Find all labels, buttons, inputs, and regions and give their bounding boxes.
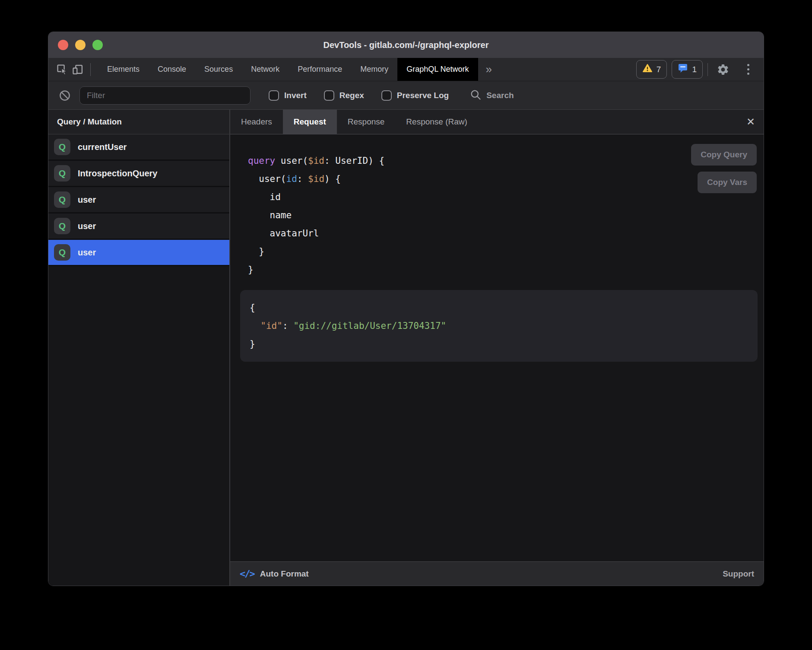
code-line: { [250, 299, 748, 317]
request-list: QcurrentUserQIntrospectionQueryQuserQuse… [48, 134, 229, 266]
close-window-button[interactable] [58, 40, 68, 50]
inspect-element-icon[interactable] [54, 62, 70, 77]
devtools-tab-sources[interactable]: Sources [195, 58, 242, 81]
window-title: DevTools - gitlab.com/-/graphql-explorer [323, 40, 488, 50]
details-footer: </> Auto Format Support [230, 561, 764, 586]
query-type-badge: Q [54, 244, 70, 261]
variables-preview: { "id": "gid://gitlab/User/13704317"} [250, 299, 748, 353]
code-line: avatarUrl [248, 224, 758, 242]
variables-box: { "id": "gid://gitlab/User/13704317"} [240, 290, 758, 362]
search-toggle[interactable]: Search [469, 89, 514, 102]
devtools-tabs: ElementsConsoleSourcesNetworkPerformance… [98, 58, 478, 81]
detail-tab-response-raw[interactable]: Response (Raw) [395, 110, 478, 134]
search-icon [469, 89, 482, 102]
devtools-window: DevTools - gitlab.com/-/graphql-explorer… [48, 32, 764, 586]
checkbox-group-preserve-log[interactable]: Preserve Log [381, 90, 449, 101]
request-detail-content: Copy Query Copy Vars query user($id: Use… [230, 134, 764, 561]
query-type-badge: Q [54, 139, 70, 155]
request-list-empty-area [48, 266, 229, 586]
checkbox-label-invert: Invert [284, 91, 307, 100]
details-panel: HeadersRequestResponseResponse (Raw) ✕ C… [230, 110, 764, 586]
checkbox-invert[interactable] [269, 90, 279, 101]
request-list-item[interactable]: Quser [48, 240, 229, 266]
code-line: user(id: $id) { [248, 170, 758, 188]
request-name: user [78, 195, 96, 205]
filter-input[interactable] [79, 86, 251, 105]
copy-vars-button[interactable]: Copy Vars [698, 172, 757, 193]
devtools-tab-elements[interactable]: Elements [98, 58, 149, 81]
request-name: user [78, 221, 96, 231]
request-list-item[interactable]: QcurrentUser [48, 134, 229, 161]
code-line: name [248, 206, 758, 224]
checkbox-label-regex: Regex [339, 91, 364, 100]
devtools-tab-console[interactable]: Console [149, 58, 195, 81]
code-line: query user($id: UserID) { [248, 152, 758, 170]
warning-count: 7 [657, 65, 661, 74]
code-line: } [250, 335, 748, 353]
toolbar-divider [90, 63, 91, 76]
query-type-badge: Q [54, 218, 70, 234]
devtools-tab-memory[interactable]: Memory [351, 58, 397, 81]
checkbox-group-regex[interactable]: Regex [324, 90, 364, 101]
titlebar: DevTools - gitlab.com/-/graphql-explorer [48, 32, 764, 58]
support-link[interactable]: Support [723, 569, 754, 579]
devtools-tab-performance[interactable]: Performance [289, 58, 351, 81]
devtools-tabbar: ElementsConsoleSourcesNetworkPerformance… [48, 58, 764, 81]
message-count: 1 [692, 65, 697, 74]
messages-badge[interactable]: 1 [672, 60, 703, 79]
main-split: Query / Mutation QcurrentUserQIntrospect… [48, 110, 764, 586]
query-type-badge: Q [54, 165, 70, 182]
requests-panel: Query / Mutation QcurrentUserQIntrospect… [48, 110, 230, 586]
detail-tab-request[interactable]: Request [283, 110, 337, 134]
devtools-tab-graphql-network[interactable]: GraphQL Network [397, 58, 478, 81]
filterbar: InvertRegexPreserve Log Search [48, 81, 764, 110]
code-line: } [248, 242, 758, 261]
request-list-item[interactable]: Quser [48, 213, 229, 240]
toolbar-divider [707, 63, 708, 76]
detail-tab-headers[interactable]: Headers [230, 110, 283, 134]
request-list-item[interactable]: Quser [48, 187, 229, 213]
close-details-icon[interactable]: ✕ [746, 117, 755, 127]
requests-panel-header: Query / Mutation [48, 110, 229, 134]
settings-gear-icon[interactable] [715, 62, 731, 77]
warnings-badge[interactable]: 7 [636, 60, 667, 79]
detail-tab-response[interactable]: Response [337, 110, 396, 134]
request-name: user [78, 248, 96, 258]
request-name: currentUser [78, 142, 127, 152]
code-format-icon: </> [240, 568, 254, 579]
zoom-window-button[interactable] [92, 40, 103, 50]
checkbox-preserve-log[interactable] [381, 90, 392, 101]
request-name: IntrospectionQuery [78, 169, 157, 178]
clear-requests-icon[interactable] [57, 88, 73, 103]
request-list-item[interactable]: QIntrospectionQuery [48, 161, 229, 187]
checkbox-label-preserve-log: Preserve Log [397, 91, 449, 100]
query-type-badge: Q [54, 191, 70, 208]
device-toolbar-icon[interactable] [70, 62, 86, 77]
more-options-menu-icon[interactable] [740, 62, 756, 77]
warning-icon [642, 63, 653, 76]
code-line: } [248, 261, 758, 279]
checkbox-regex[interactable] [324, 90, 334, 101]
checkbox-group-invert[interactable]: Invert [269, 90, 307, 101]
code-line: "id": "gid://gitlab/User/13704317" [250, 317, 748, 335]
query-preview: query user($id: UserID) { user(id: $id) … [248, 152, 758, 279]
details-tabbar: HeadersRequestResponseResponse (Raw) ✕ [230, 110, 764, 134]
details-tabs: HeadersRequestResponseResponse (Raw) [230, 110, 478, 134]
code-line: id [248, 188, 758, 206]
message-bubble-icon [678, 63, 688, 76]
filter-checkboxes: InvertRegexPreserve Log [269, 90, 449, 101]
auto-format-button[interactable]: Auto Format [260, 569, 309, 579]
more-tabs-chevron[interactable]: » [478, 63, 500, 76]
window-controls [58, 32, 103, 58]
devtools-tab-network[interactable]: Network [242, 58, 289, 81]
search-label: Search [486, 91, 514, 100]
copy-query-button[interactable]: Copy Query [691, 144, 757, 166]
copy-buttons: Copy Query Copy Vars [691, 144, 757, 193]
minimize-window-button[interactable] [75, 40, 86, 50]
